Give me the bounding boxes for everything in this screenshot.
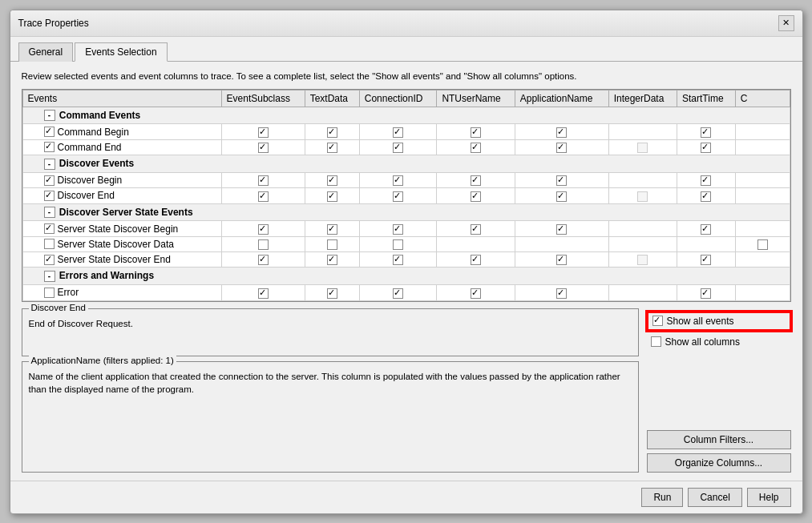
- cell-cb[interactable]: [258, 288, 269, 299]
- column-filters-button[interactable]: Column Filters...: [647, 430, 791, 449]
- show-all-events-row[interactable]: Show all events: [647, 312, 791, 331]
- close-button[interactable]: ✕: [778, 15, 794, 31]
- cell-cb[interactable]: [393, 288, 403, 299]
- row-checkbox-discover-end[interactable]: [44, 191, 55, 201]
- cell-cb[interactable]: [471, 288, 481, 299]
- right-panel: Show all events Show all columns Column …: [647, 308, 791, 473]
- events-table: Events EventSubclass TextData Connection…: [22, 90, 790, 301]
- group-command-events: - Command Events: [22, 107, 790, 124]
- discover-end-content: End of Discover Request.: [29, 317, 632, 330]
- expand-icon-server-state[interactable]: -: [44, 207, 55, 218]
- cell-cb[interactable]: [327, 143, 337, 153]
- cell-cb[interactable]: [327, 224, 337, 235]
- cell-cb[interactable]: [556, 127, 567, 138]
- cell-cb-light[interactable]: [637, 191, 648, 202]
- cell-cb[interactable]: [327, 255, 337, 265]
- cell-cb[interactable]: [258, 191, 269, 202]
- table-row: Server State Discover Data: [22, 236, 790, 251]
- cell-cb[interactable]: [393, 191, 403, 202]
- group-label-discover: Discover Events: [59, 158, 134, 169]
- cell-cb[interactable]: [327, 191, 337, 202]
- expand-icon-command[interactable]: -: [44, 110, 55, 121]
- expand-icon-discover[interactable]: -: [44, 159, 55, 170]
- cell-cb[interactable]: [258, 127, 269, 138]
- group-label-command: Command Events: [59, 110, 140, 121]
- appname-content: Name of the client application that crea…: [29, 370, 632, 396]
- cancel-button[interactable]: Cancel: [688, 488, 741, 507]
- cell-cb[interactable]: [258, 143, 269, 153]
- tab-bar: General Events Selection: [10, 37, 802, 62]
- cell-cb[interactable]: [556, 175, 567, 186]
- cell-cb[interactable]: [471, 191, 481, 202]
- row-checkbox-discover-begin[interactable]: [44, 175, 55, 186]
- cell-cb[interactable]: [701, 175, 711, 186]
- cell-cb[interactable]: [327, 175, 337, 186]
- cell-cb[interactable]: [393, 143, 403, 153]
- left-panels: Discover End End of Discover Request. Ap…: [22, 308, 639, 473]
- events-table-container: Events EventSubclass TextData Connection…: [22, 89, 791, 302]
- cell-cb[interactable]: [327, 239, 337, 250]
- cell-cb[interactable]: [701, 288, 711, 299]
- col-header-ntusername: NTUserName: [437, 90, 515, 107]
- show-all-events-checkbox[interactable]: [652, 316, 663, 326]
- table-row: Error: [22, 285, 790, 300]
- col-header-textdata: TextData: [305, 90, 359, 107]
- cell-cb[interactable]: [556, 191, 567, 202]
- group-discover-events: - Discover Events: [22, 155, 790, 173]
- cell-cb[interactable]: [471, 175, 481, 186]
- cell-cb[interactable]: [393, 224, 403, 235]
- group-errors-warnings: - Errors and Warnings: [22, 268, 790, 285]
- cell-cb[interactable]: [471, 224, 481, 235]
- discover-end-box: Discover End End of Discover Request.: [22, 308, 639, 356]
- cell-cb[interactable]: [556, 143, 567, 153]
- cell-cb-light[interactable]: [637, 143, 648, 153]
- row-checkbox-error[interactable]: [44, 288, 55, 298]
- cell-cb[interactable]: [258, 255, 269, 265]
- event-name: Server State Discover Begin: [58, 223, 179, 235]
- row-checkbox-ssdd[interactable]: [44, 239, 55, 249]
- cell-cb[interactable]: [701, 224, 711, 235]
- cell-cb[interactable]: [757, 239, 768, 250]
- cell-cb[interactable]: [258, 239, 269, 250]
- cell-cb[interactable]: [471, 143, 481, 153]
- cell-cb-light[interactable]: [637, 255, 648, 265]
- cell-cb[interactable]: [258, 224, 269, 235]
- cell-cb[interactable]: [701, 191, 711, 202]
- cell-cb[interactable]: [327, 288, 337, 299]
- cell-cb[interactable]: [556, 255, 567, 265]
- cell-cb[interactable]: [701, 127, 711, 138]
- tab-events-selection[interactable]: Events Selection: [75, 42, 167, 62]
- event-name: Discover Begin: [58, 175, 123, 186]
- expand-icon-errors[interactable]: -: [44, 271, 55, 282]
- cell-cb[interactable]: [327, 127, 337, 138]
- cell-cb[interactable]: [701, 255, 711, 265]
- cell-cb[interactable]: [556, 288, 567, 299]
- col-header-starttime: StartTime: [677, 90, 736, 107]
- table-row: Command Begin: [22, 124, 790, 139]
- show-all-columns-row[interactable]: Show all columns: [647, 334, 791, 350]
- instruction-text: Review selected events and event columns…: [22, 70, 791, 82]
- cell-cb[interactable]: [393, 255, 403, 265]
- row-checkbox-ssde[interactable]: [44, 255, 55, 265]
- row-checkbox-ssdb[interactable]: [44, 223, 55, 234]
- cell-cb[interactable]: [556, 224, 567, 235]
- group-label-errors: Errors and Warnings: [59, 270, 154, 281]
- show-options: Show all events Show all columns: [647, 312, 791, 350]
- cell-cb[interactable]: [258, 175, 269, 186]
- run-button[interactable]: Run: [641, 488, 683, 507]
- cell-cb[interactable]: [701, 143, 711, 153]
- tab-general[interactable]: General: [18, 42, 74, 62]
- help-button[interactable]: Help: [747, 488, 791, 507]
- event-name: Command Begin: [58, 127, 129, 138]
- row-checkbox-command-begin[interactable]: [44, 127, 55, 137]
- cell-cb[interactable]: [393, 175, 403, 186]
- row-checkbox-command-end[interactable]: [44, 142, 55, 152]
- content-area: Review selected events and event columns…: [10, 62, 802, 481]
- group-label-server-state: Discover Server State Events: [59, 207, 193, 218]
- organize-columns-button[interactable]: Organize Columns...: [647, 453, 791, 473]
- cell-cb[interactable]: [471, 255, 481, 265]
- cell-cb[interactable]: [393, 127, 403, 138]
- cell-cb[interactable]: [471, 127, 481, 138]
- show-all-columns-checkbox[interactable]: [651, 336, 661, 347]
- cell-cb[interactable]: [393, 239, 403, 250]
